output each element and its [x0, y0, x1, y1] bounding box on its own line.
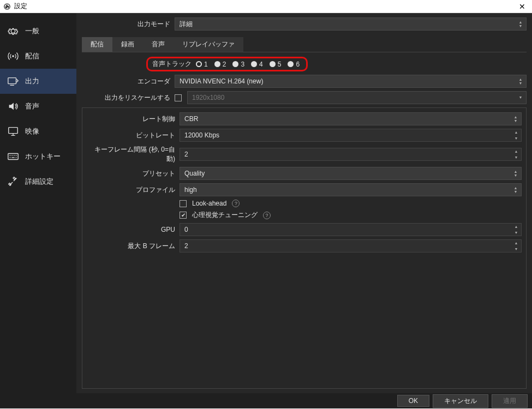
sidebar-item-output[interactable]: 出力 — [0, 69, 76, 94]
window-titlebar: 設定 ✕ — [0, 0, 532, 13]
gear-icon — [7, 25, 20, 38]
audio-track-highlight: 音声トラック 1 2 3 4 5 6 — [146, 57, 308, 71]
psycho-checkbox[interactable] — [180, 212, 187, 219]
keyframe-label: キーフレーム間隔 (秒, 0=自動) — [87, 145, 180, 164]
sidebar-label: 一般 — [25, 26, 39, 36]
help-icon[interactable]: ? — [232, 200, 240, 207]
tools-icon — [7, 175, 20, 188]
sidebar-item-hotkeys[interactable]: ホットキー — [0, 144, 76, 169]
sidebar-label: 配信 — [25, 51, 39, 61]
svg-point-2 — [5, 5, 7, 6]
output-mode-label: 出力モード — [82, 20, 175, 29]
audio-track-radio-3[interactable] — [232, 61, 238, 67]
bframes-label: 最大 B フレーム — [87, 242, 180, 251]
svg-rect-8 — [8, 154, 18, 160]
svg-rect-6 — [8, 78, 16, 84]
rate-control-select[interactable]: CBR — [180, 112, 522, 125]
tab-audio[interactable]: 音声 — [143, 37, 174, 52]
lookahead-checkbox[interactable] — [180, 200, 187, 207]
tab-record[interactable]: 録画 — [112, 37, 143, 52]
dialog-footer: OK キャンセル 適用 — [0, 393, 532, 408]
bitrate-input[interactable]: 12000 Kbps▲▼ — [180, 129, 522, 142]
sidebar-label: 詳細設定 — [25, 177, 53, 187]
audio-track-radio-2[interactable] — [214, 61, 220, 67]
sidebar: 一般 配信 出力 音声 映像 ホットキー 詳細設定 — [0, 13, 76, 393]
sidebar-item-general[interactable]: 一般 — [0, 19, 76, 44]
lookahead-label: Look-ahead — [192, 200, 226, 207]
output-mode-select[interactable]: 詳細 — [175, 17, 527, 31]
output-icon — [7, 75, 20, 88]
main-panel: 出力モード 詳細 配信 録画 音声 リプレイバッファ 音声トラック 1 2 3 … — [76, 13, 532, 393]
preset-label: プリセット — [87, 169, 180, 178]
ok-button[interactable]: OK — [397, 395, 429, 407]
audio-track-radio-5[interactable] — [270, 61, 276, 67]
encoder-settings-panel: レート制御 CBR ビットレート 12000 Kbps▲▼ キーフレーム間隔 (… — [82, 107, 527, 389]
sidebar-label: ホットキー — [25, 152, 61, 161]
audio-track-radio-1[interactable] — [196, 61, 202, 67]
cancel-button[interactable]: キャンセル — [433, 394, 488, 408]
antenna-icon — [7, 50, 20, 63]
sidebar-label: 映像 — [25, 127, 39, 136]
bframes-input[interactable]: 2▲▼ — [180, 239, 522, 252]
tab-replay[interactable]: リプレイバッファ — [174, 37, 243, 52]
encoder-label: エンコーダ — [82, 77, 175, 86]
sidebar-item-video[interactable]: 映像 — [0, 119, 76, 144]
rescale-select: 1920x1080 — [187, 91, 527, 104]
gpu-input[interactable]: 0▲▼ — [180, 223, 522, 236]
audio-track-radio-6[interactable] — [288, 61, 294, 67]
svg-point-3 — [8, 5, 9, 6]
audio-track-radio-4[interactable] — [251, 61, 257, 67]
preset-select[interactable]: Quality — [180, 167, 522, 180]
profile-label: プロファイル — [87, 185, 180, 195]
svg-point-5 — [12, 55, 14, 57]
svg-rect-7 — [9, 128, 18, 134]
close-button[interactable]: ✕ — [516, 2, 529, 11]
rescale-checkbox[interactable] — [175, 94, 182, 101]
sidebar-label: 音声 — [25, 101, 39, 111]
keyboard-icon — [7, 150, 20, 163]
monitor-icon — [7, 125, 20, 138]
sidebar-item-audio[interactable]: 音声 — [0, 94, 76, 119]
bitrate-label: ビットレート — [87, 131, 180, 140]
svg-point-4 — [7, 7, 8, 8]
obs-app-icon — [3, 3, 11, 10]
sidebar-item-advanced[interactable]: 詳細設定 — [0, 169, 76, 194]
output-tabs: 配信 録画 音声 リプレイバッファ — [82, 37, 527, 52]
speaker-icon — [7, 100, 20, 113]
window-title: 設定 — [14, 2, 516, 11]
psycho-label: 心理視覚チューニング — [192, 210, 258, 220]
tab-stream[interactable]: 配信 — [82, 37, 112, 52]
encoder-select[interactable]: NVIDIA NVENC H.264 (new) — [175, 75, 527, 88]
sidebar-item-stream[interactable]: 配信 — [0, 44, 76, 69]
audio-track-label: 音声トラック — [152, 59, 192, 69]
profile-select[interactable]: high — [180, 183, 522, 196]
sidebar-label: 出力 — [25, 76, 39, 86]
keyframe-input[interactable]: 2▲▼ — [180, 148, 522, 161]
apply-button[interactable]: 適用 — [492, 394, 528, 408]
gpu-label: GPU — [87, 226, 180, 233]
help-icon[interactable]: ? — [263, 212, 271, 219]
rate-control-label: レート制御 — [87, 115, 180, 124]
rescale-label: 出力をリスケールする — [82, 93, 175, 103]
